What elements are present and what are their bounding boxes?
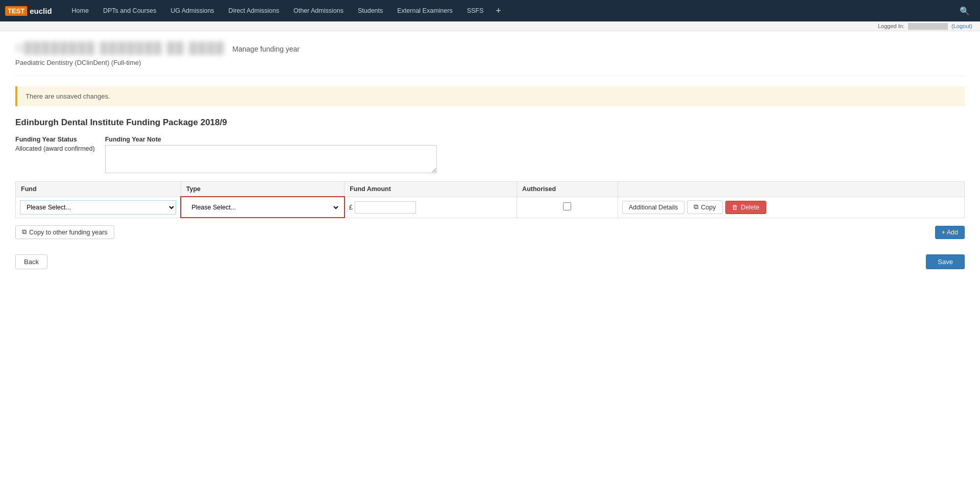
col-fund: Fund [16, 182, 181, 197]
copy-to-other-label: Copy to other funding years [29, 229, 108, 236]
footer-right: Save [926, 254, 965, 269]
amount-prefix: £ [349, 203, 353, 211]
nav-ssfs[interactable]: SSFS [460, 0, 491, 21]
page-content: S████████ ███████ ██ ████ Manage funding… [0, 31, 980, 279]
col-fund-amount: Fund Amount [345, 182, 517, 197]
additional-details-button[interactable]: Additional Details [622, 201, 685, 214]
save-button[interactable]: Save [926, 254, 965, 269]
funding-year-note-label: Funding Year Note [105, 136, 437, 143]
brand-test-label: TEST [5, 6, 27, 16]
back-button[interactable]: Back [15, 254, 47, 269]
fund-table: Fund Type Fund Amount Authorised Please … [15, 181, 965, 218]
page-subtitle: Manage funding year [232, 45, 300, 53]
table-row: Please Select... Please Select... £ [16, 197, 965, 218]
search-button[interactable]: 🔍 [954, 6, 975, 16]
brand-logo[interactable]: TEST euclid [5, 6, 55, 16]
action-cell: Additional Details ⧉ Copy 🗑 Delete [618, 197, 964, 218]
type-select[interactable]: Please Select... [185, 201, 339, 214]
funding-year-form-row: Funding Year Status Allocated (award con… [15, 136, 965, 173]
copy-row-button[interactable]: ⧉ Copy [687, 200, 722, 214]
action-buttons: Additional Details ⧉ Copy 🗑 Delete [622, 200, 960, 214]
navbar: TEST euclid Home DPTs and Courses UG Adm… [0, 0, 980, 21]
nav-links: Home DPTs and Courses UG Admissions Dire… [65, 0, 954, 21]
logged-in-prefix: Logged In: [878, 23, 904, 29]
copy-funding-icon: ⧉ [22, 228, 27, 236]
col-actions [618, 182, 964, 197]
logged-in-bar: Logged In: ██████████ (Logout) [0, 21, 980, 31]
brand-euclid-label: euclid [27, 6, 54, 16]
funding-year-note-group: Funding Year Note [105, 136, 437, 173]
funding-year-status-group: Funding Year Status Allocated (award con… [15, 136, 95, 173]
fund-table-body: Please Select... Please Select... £ [16, 197, 965, 218]
authorised-checkbox[interactable] [563, 202, 571, 210]
page-title-row: S████████ ███████ ██ ████ Manage funding… [15, 41, 965, 55]
type-cell: Please Select... [181, 197, 344, 218]
bottom-row: ⧉ Copy to other funding years + Add [15, 225, 965, 239]
fund-table-head: Fund Type Fund Amount Authorised [16, 182, 965, 197]
page-title: S████████ ███████ ██ ████ [15, 41, 225, 55]
nav-ug-admissions[interactable]: UG Admissions [163, 0, 221, 21]
section-title: Edinburgh Dental Institute Funding Packa… [15, 117, 965, 128]
delete-label: Delete [741, 204, 760, 211]
nav-home[interactable]: Home [65, 0, 96, 21]
footer-left: Back [15, 254, 47, 269]
copy-row-label: Copy [701, 204, 716, 211]
unsaved-changes-alert: There are unsaved changes. [15, 86, 965, 106]
nav-other-admissions[interactable]: Other Admissions [286, 0, 351, 21]
amount-input[interactable] [355, 201, 416, 214]
add-button[interactable]: + Add [935, 226, 965, 239]
nav-dpts[interactable]: DPTs and Courses [96, 0, 163, 21]
fund-cell: Please Select... [16, 197, 181, 218]
nav-direct-admissions[interactable]: Direct Admissions [222, 0, 286, 21]
funding-year-status-value: Allocated (award confirmed) [15, 145, 95, 152]
fund-amount-cell: £ [345, 197, 517, 218]
nav-students[interactable]: Students [351, 0, 390, 21]
copy-funding-years-wrapper: ⧉ Copy to other funding years [15, 225, 114, 239]
nav-plus-button[interactable]: + [491, 0, 506, 21]
logout-link[interactable]: (Logout) [951, 23, 972, 29]
alert-message: There are unsaved changes. [26, 92, 110, 100]
footer-buttons: Back Save [15, 254, 965, 269]
funding-year-note-textarea[interactable] [105, 145, 437, 173]
authorised-cell [517, 197, 618, 218]
delete-button[interactable]: 🗑 Delete [725, 201, 766, 214]
breadcrumb: Paediatric Dentistry (DClinDent) (Full-t… [15, 59, 965, 66]
copy-to-other-button[interactable]: ⧉ Copy to other funding years [15, 225, 114, 239]
fund-select[interactable]: Please Select... [20, 200, 176, 215]
additional-details-label: Additional Details [629, 204, 678, 211]
divider [15, 76, 965, 76]
col-type: Type [181, 182, 344, 197]
funding-year-status-label: Funding Year Status [15, 136, 95, 143]
delete-icon: 🗑 [732, 204, 739, 211]
add-label: + Add [942, 229, 958, 236]
col-authorised: Authorised [517, 182, 618, 197]
add-wrapper: + Add [935, 226, 965, 239]
copy-icon: ⧉ [694, 203, 698, 211]
nav-external-examiners[interactable]: External Examiners [390, 0, 459, 21]
logged-in-username: ██████████ [908, 23, 948, 29]
